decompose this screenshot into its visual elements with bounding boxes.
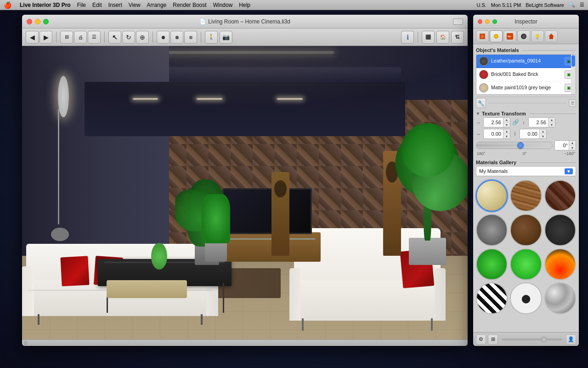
tex-offset-y-up[interactable]: ▲ [540, 129, 546, 134]
menu-help[interactable]: Help [239, 2, 250, 8]
gallery-item-leather[interactable] [510, 214, 542, 246]
tex-height-input-group[interactable]: ▲ ▼ [528, 117, 555, 127]
menu-insert[interactable]: Insert [108, 2, 122, 8]
inspector-tab-light[interactable] [490, 30, 503, 42]
tex-offset-x-group[interactable]: ▲ ▼ [483, 129, 510, 139]
select-button[interactable]: ↖ [108, 31, 121, 44]
walk-button[interactable]: 🚶 [205, 31, 218, 44]
tex-height-up[interactable]: ▲ [548, 118, 555, 122]
search-menubar-icon[interactable]: 🔍 [569, 2, 575, 8]
gallery-item-concrete[interactable] [476, 214, 508, 246]
nav-forward-button[interactable]: ▶ [40, 31, 52, 44]
layout3-button[interactable]: 🏗 [451, 31, 464, 44]
floorplan-button[interactable]: ⊞ [60, 31, 73, 44]
tex-offset-x-input[interactable] [484, 129, 503, 138]
inspector-settings-button[interactable]: ⚙ [476, 334, 486, 345]
inspector-tab-paint[interactable]: ✏ [503, 30, 516, 42]
materials-scrollbar[interactable] [571, 55, 576, 94]
record3-button[interactable]: ⏺ [184, 31, 197, 44]
tex-offset-y-group[interactable]: ▲ ▼ [520, 129, 547, 139]
material-item-brick[interactable]: Brick/001 Baked Brick ▣ [476, 68, 576, 81]
gallery-item-brick[interactable] [544, 180, 576, 212]
menu-file[interactable]: File [77, 2, 86, 8]
tex-width-icon: ↔ [476, 120, 481, 125]
gallery-item-green2[interactable] [510, 248, 542, 280]
tex-offset-y-input[interactable] [520, 129, 539, 138]
tex-height-down[interactable]: ▼ [548, 122, 555, 127]
hamburger-icon[interactable]: ☰ [580, 2, 584, 8]
camera-button[interactable]: 📷 [220, 31, 232, 44]
layout2-button[interactable]: 🏠 [436, 31, 449, 44]
menu-arrange[interactable]: Arrange [147, 2, 167, 8]
tex-link-icon[interactable]: 🔗 [512, 119, 519, 126]
inspector-tab-bulb[interactable] [531, 30, 544, 42]
rotation-input-group[interactable]: ▲ ▼ [554, 140, 576, 150]
rotation-slider[interactable] [476, 142, 553, 149]
menu-window[interactable]: Window [213, 2, 233, 8]
tex-height-input[interactable] [529, 118, 548, 127]
maximize-button[interactable] [43, 19, 49, 24]
viewport[interactable]: ||| [22, 46, 468, 346]
rotation-input[interactable] [555, 141, 569, 150]
zoom-thumb[interactable] [541, 337, 547, 342]
apple-menu[interactable]: 🍎 [4, 1, 11, 9]
tex-width-down[interactable]: ▼ [503, 122, 510, 127]
tex-offset-x-down[interactable]: ▼ [503, 134, 510, 138]
materials-scrollbar-thumb[interactable] [571, 55, 575, 67]
close-button[interactable] [27, 19, 32, 24]
mat-list-icon[interactable]: ☰ [569, 99, 576, 107]
inspector-maximize[interactable] [492, 19, 497, 24]
gallery-item-chrome[interactable] [544, 282, 576, 314]
material-item-paint[interactable]: Matte paint/1019 grey beige ▣ [476, 81, 576, 94]
menu-view[interactable]: View [129, 2, 141, 8]
gallery-dropdown-arrow[interactable]: ▼ [565, 168, 573, 174]
rotation-down[interactable]: ▼ [569, 145, 576, 150]
gallery-item-dark[interactable] [544, 214, 576, 246]
inspector-tabs: ✏ [473, 29, 579, 44]
inspector-close[interactable] [478, 19, 482, 24]
rotation-thumb[interactable] [517, 142, 524, 149]
tex-offset-x-up[interactable]: ▲ [503, 129, 510, 134]
app-name[interactable]: Live Interior 3D Pro [20, 2, 71, 8]
view3d-button[interactable]: ☰ [88, 31, 101, 44]
gallery-item-zebra[interactable] [476, 282, 508, 314]
inspector-tab-object[interactable] [476, 30, 489, 42]
record2-button[interactable]: ⏺ [170, 31, 183, 44]
layout1-button[interactable]: ⬛ [422, 31, 435, 44]
gallery-item-spot[interactable]: ⬤ [510, 282, 542, 314]
tex-width-up[interactable]: ▲ [503, 118, 510, 122]
rotation-up[interactable]: ▲ [569, 141, 576, 145]
tex-offset-y-down[interactable]: ▼ [540, 134, 546, 138]
gallery-item-green1[interactable] [476, 248, 508, 280]
mat-eyedropper-button[interactable]: 🔧 [476, 98, 486, 108]
tex-width-input-group[interactable]: ▲ ▼ [483, 117, 510, 127]
inspector-grid-button[interactable]: ⊞ [488, 334, 498, 345]
gallery-item-wood[interactable] [510, 180, 542, 212]
inspector-zoom-slider[interactable] [502, 336, 562, 343]
inspector-tab-house[interactable] [545, 30, 558, 42]
toolbar: ◀ ▶ ⊞ 🖨 ☰ ↖ ↻ ⊕ ⏺ ⏺ ⏺ [22, 29, 468, 46]
horizontal-scrollbar[interactable]: ||| [22, 339, 468, 346]
minimize-button[interactable] [35, 19, 40, 24]
gallery-dropdown[interactable]: My Materials ▼ [476, 166, 576, 176]
menu-edit[interactable]: Edit [92, 2, 102, 8]
nav-back-button[interactable]: ◀ [26, 31, 39, 44]
rotation-row: ▲ ▼ [476, 140, 576, 150]
rotate-button[interactable]: ↻ [122, 31, 135, 44]
render-button[interactable]: 🖨 [74, 31, 87, 44]
info-button[interactable]: ℹ [401, 31, 414, 44]
scroll-icon: ||| [24, 340, 28, 345]
gallery-item-fire[interactable] [544, 248, 576, 280]
window-menu-icon[interactable] [453, 18, 463, 25]
tex-width-input[interactable] [484, 118, 503, 127]
rotation-labels: 180° 0° −180° [476, 151, 576, 158]
inspector-minimize[interactable] [485, 19, 490, 24]
record1-button[interactable]: ⏺ [157, 31, 170, 44]
gallery-item-fabric[interactable] [476, 180, 508, 212]
inspector-tab-material[interactable] [517, 30, 530, 42]
scene-view[interactable] [22, 46, 468, 346]
move-button[interactable]: ⊕ [136, 31, 149, 44]
inspector-view-button[interactable]: 👤 [566, 334, 576, 345]
material-item-leather[interactable]: Leather/pamela_09014 ▣ [476, 55, 576, 68]
menu-render-boost[interactable]: Render Boost [173, 2, 206, 8]
